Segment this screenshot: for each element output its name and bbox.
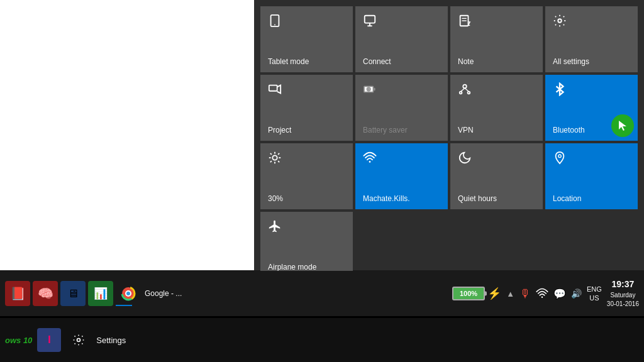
- svg-point-16: [463, 85, 467, 89]
- note-icon: [458, 14, 536, 31]
- settings-label: Settings: [96, 336, 126, 345]
- taskbar-settings-icon[interactable]: [66, 327, 91, 353]
- language-selector[interactable]: ENG US: [587, 285, 602, 303]
- tile-quiet-hours-label: Quiet hours: [458, 194, 536, 203]
- tile-battery-saver[interactable]: Battery saver: [355, 75, 448, 141]
- action-center: Tablet mode Connect Note All settings: [254, 0, 644, 270]
- volume-icon[interactable]: 🔊: [571, 288, 582, 299]
- svg-line-25: [270, 153, 272, 155]
- tile-project[interactable]: Project: [260, 75, 353, 141]
- battery-container[interactable]: 100% ⚡: [452, 287, 501, 300]
- tile-wifi-label: Machate.Kills.: [363, 194, 441, 203]
- taskbar-top-row: 📕 🧠 🖥 📊 Google - ...: [0, 271, 644, 316]
- red-app-icon: 🧠: [38, 286, 53, 301]
- brightness-icon: [268, 151, 347, 168]
- svg-line-19: [461, 88, 465, 92]
- moon-icon: [458, 151, 536, 168]
- tile-vpn-label: VPN: [458, 126, 536, 134]
- chrome-progress: [116, 305, 132, 306]
- notification-icon[interactable]: 💬: [553, 288, 566, 300]
- tile-quiet-hours[interactable]: Quiet hours: [450, 143, 543, 209]
- tile-airplane-mode-label: Airplane mode: [268, 263, 347, 272]
- taskbar-app-red[interactable]: 🧠: [33, 281, 58, 306]
- taskbar-chrome[interactable]: [116, 281, 141, 306]
- tile-tablet-mode[interactable]: Tablet mode: [260, 6, 353, 72]
- svg-point-18: [468, 92, 470, 94]
- tile-all-settings-label: All settings: [553, 57, 631, 66]
- tile-brightness[interactable]: 30%: [260, 143, 353, 209]
- tile-project-label: Project: [268, 126, 347, 134]
- settings-gear-icon: [72, 334, 85, 346]
- taskbar-ide[interactable]: I: [37, 328, 61, 352]
- svg-marker-21: [619, 121, 626, 131]
- bluetooth-icon: [553, 82, 631, 100]
- ide-icon-symbol: I: [48, 334, 50, 346]
- tile-all-settings[interactable]: All settings: [545, 6, 638, 72]
- tile-location-label: Location: [553, 194, 631, 203]
- wifi-tile-icon: [363, 151, 441, 168]
- book-icon: 📕: [10, 286, 26, 301]
- blue-app-icon: 🖥: [67, 287, 79, 300]
- tile-vpn[interactable]: VPN: [450, 75, 543, 141]
- tile-note-label: Note: [458, 57, 536, 66]
- clock[interactable]: 19:37 Saturday 30-01-2016: [607, 278, 639, 309]
- taskbar: 📕 🧠 🖥 📊 Google - ...: [0, 271, 644, 362]
- tile-bluetooth[interactable]: Bluetooth: [545, 75, 638, 141]
- svg-point-38: [541, 297, 543, 299]
- tiles-grid: Tablet mode Connect Note All settings: [260, 6, 638, 278]
- connect-icon: [363, 14, 441, 31]
- svg-point-37: [126, 292, 130, 295]
- clock-date: 30-01-2016: [607, 300, 639, 309]
- svg-rect-3: [365, 16, 375, 23]
- left-panel: [0, 0, 258, 270]
- location-icon: [553, 151, 631, 168]
- win10-badge: ows 10: [5, 336, 32, 345]
- svg-line-20: [465, 88, 469, 92]
- tile-location[interactable]: Location: [545, 143, 638, 209]
- airplane-icon: [268, 219, 347, 237]
- battery-tip: [484, 292, 487, 296]
- cursor-arrow-icon: [618, 119, 628, 132]
- svg-point-17: [460, 92, 462, 94]
- battery-percentage: 100%: [452, 287, 485, 300]
- excel-icon: 📊: [94, 287, 108, 300]
- mic-icon[interactable]: 🎙: [519, 287, 531, 300]
- tile-airplane-mode[interactable]: Airplane mode: [260, 212, 353, 278]
- wifi-status-icon[interactable]: [536, 287, 548, 300]
- svg-point-39: [77, 339, 80, 342]
- svg-point-32: [558, 155, 562, 158]
- taskbar-app-blue[interactable]: 🖥: [60, 281, 86, 306]
- svg-rect-10: [269, 85, 277, 91]
- project-icon: [268, 82, 347, 100]
- svg-point-22: [272, 155, 277, 160]
- tile-wifi[interactable]: Machate.Kills.: [355, 143, 448, 209]
- vpn-icon: [458, 82, 536, 100]
- tile-connect[interactable]: Connect: [355, 6, 448, 72]
- tile-tablet-mode-label: Tablet mode: [268, 57, 347, 66]
- tile-note[interactable]: Note: [450, 6, 543, 72]
- tile-battery-saver-label: Battery saver: [363, 126, 441, 134]
- tray-chevron-icon[interactable]: ▲: [506, 289, 514, 299]
- clock-day: Saturday: [607, 291, 639, 300]
- tile-connect-label: Connect: [363, 57, 441, 66]
- taskbar-bottom-row: ows 10 I Settings: [0, 318, 644, 362]
- system-tray: 100% ⚡ ▲ 🎙 💬 🔊 ENG: [452, 278, 639, 309]
- clock-time: 19:37: [607, 278, 639, 291]
- svg-point-2: [274, 25, 275, 26]
- charging-icon: ⚡: [487, 287, 501, 300]
- cursor-indicator: [611, 114, 634, 137]
- svg-line-26: [278, 161, 279, 162]
- taskbar-app-book[interactable]: 📕: [5, 281, 30, 306]
- tile-brightness-label: 30%: [268, 194, 347, 203]
- battery-icon: [363, 82, 441, 100]
- svg-point-31: [369, 161, 371, 163]
- chrome-icon: [119, 285, 137, 302]
- svg-line-29: [270, 161, 272, 162]
- taskbar-app-excel[interactable]: 📊: [88, 281, 113, 306]
- svg-line-30: [278, 153, 279, 155]
- chrome-title: Google - ...: [145, 289, 182, 298]
- tablet-icon: [268, 14, 347, 31]
- svg-point-9: [558, 19, 562, 23]
- gear-icon: [553, 14, 631, 31]
